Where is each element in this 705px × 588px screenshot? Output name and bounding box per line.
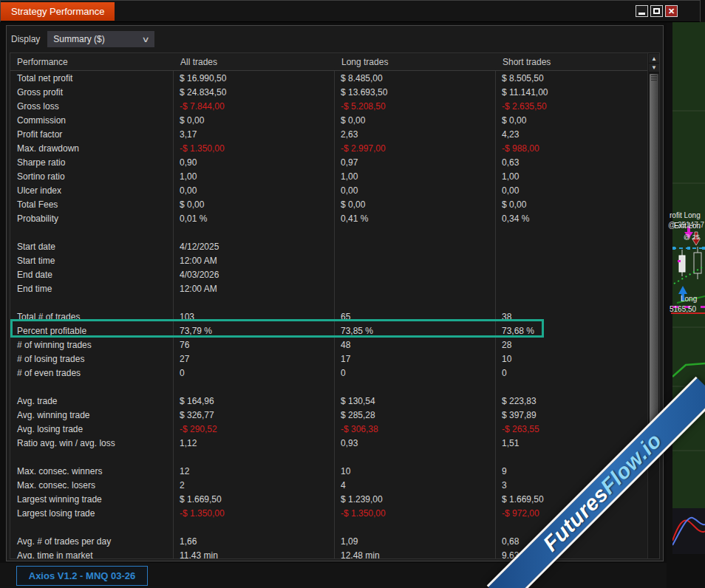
- metric-label: # of even trades: [10, 368, 173, 378]
- table-row[interactable]: Sharpe ratio0,900,970,63: [10, 155, 647, 169]
- metric-value: 0,01 %: [173, 213, 334, 224]
- metric-value: 1,66: [173, 536, 334, 547]
- table-row[interactable]: End date4/03/2026: [10, 267, 647, 281]
- metric-label: Percent profitable: [10, 326, 173, 336]
- table-row[interactable]: Start date4/12/2025: [10, 239, 647, 253]
- metric-value: $ 11.141,00: [495, 87, 647, 98]
- table-header: Performance All trades Long trades Short…: [10, 53, 647, 71]
- table-row[interactable]: # of winning trades764828: [10, 338, 647, 352]
- table-row[interactable]: Total # of trades1036538: [10, 310, 647, 324]
- table-row[interactable]: [10, 225, 647, 239]
- metric-value: $ 0,00: [173, 115, 334, 126]
- metric-value: 4/03/2026: [173, 270, 334, 280]
- scroll-up-button[interactable]: ▲: [649, 54, 659, 63]
- table-rows: Total net profit$ 16.990,50$ 8.485,00$ 8…: [10, 71, 647, 559]
- table-row[interactable]: [10, 380, 647, 394]
- metric-label: Total # of trades: [10, 312, 173, 322]
- table-row[interactable]: Profit factor3,172,634,23: [10, 127, 647, 141]
- table-row[interactable]: Commission$ 0,00$ 0,00$ 0,00: [10, 113, 647, 127]
- table-row[interactable]: [10, 295, 647, 310]
- display-dropdown[interactable]: Summary ($) ∨: [47, 31, 154, 47]
- metric-value: -$ 306,38: [334, 424, 495, 434]
- table-row[interactable]: Max. consec. winners12109: [10, 464, 647, 478]
- metric-value: 3,17: [173, 129, 334, 140]
- metric-value: 4: [334, 480, 495, 490]
- metric-label: Max. consec. winners: [10, 466, 173, 476]
- table-row[interactable]: Ulcer index0,000,000,00: [10, 183, 647, 197]
- metric-label: Commission: [10, 115, 173, 126]
- table-row[interactable]: Max. consec. losers243: [10, 478, 647, 492]
- metric-label: Avg. losing trade: [10, 424, 173, 434]
- metric-value: $ 223,83: [495, 396, 647, 406]
- scroll-down-button[interactable]: ▼: [649, 63, 659, 72]
- tab-strategy-instrument[interactable]: Axios V1.2 - MNQ 03-26: [16, 566, 148, 586]
- metric-value: 2: [173, 480, 334, 490]
- metric-label: Avg. winning trade: [10, 410, 173, 420]
- table-row[interactable]: Largest losing trade-$ 1.350,00-$ 1.350,…: [10, 506, 647, 520]
- background-indicator-panel: [672, 508, 705, 554]
- table-row[interactable]: Gross profit$ 24.834,50$ 13.693,50$ 11.1…: [10, 85, 647, 99]
- header-short-trades[interactable]: Short trades: [496, 53, 651, 71]
- metric-value: $ 1.669,50: [173, 494, 334, 505]
- metric-value: 2,63: [334, 129, 495, 140]
- metric-value: 1,09: [334, 536, 495, 547]
- tab-label: Axios V1.2 - MNQ 03-26: [29, 570, 136, 581]
- scroll-up-icon: ▲: [651, 55, 657, 62]
- display-dropdown-value: Summary ($): [53, 34, 104, 44]
- table-row[interactable]: Largest winning trade$ 1.669,50$ 1.239,0…: [10, 492, 647, 506]
- table-row[interactable]: Total Fees$ 0,00$ 0,00$ 0,00: [10, 197, 647, 211]
- metric-label: Ulcer index: [10, 185, 173, 196]
- table-row[interactable]: Max. drawdown-$ 1.350,00-$ 2.997,00-$ 98…: [10, 141, 647, 155]
- table-row[interactable]: Gross loss-$ 7.844,00-$ 5.208,50-$ 2.635…: [10, 99, 647, 113]
- scrollbar-thumb[interactable]: [650, 74, 658, 458]
- minimize-button[interactable]: [636, 5, 648, 17]
- table-row[interactable]: Percent profitable73,79 %73,85 %73,68 %: [10, 324, 647, 338]
- table-row[interactable]: Avg. trade$ 164,96$ 130,54$ 223,83: [10, 394, 647, 408]
- table-row[interactable]: Start time12:00 AM: [10, 253, 647, 267]
- header-performance[interactable]: Performance: [10, 53, 173, 71]
- window-title: Strategy Performance: [11, 6, 104, 17]
- metric-label: # of losing trades: [10, 354, 173, 364]
- table-row[interactable]: # of losing trades271710: [10, 352, 647, 366]
- metric-value: 73,85 %: [334, 326, 495, 336]
- metric-value: 12:00 AM: [173, 256, 334, 266]
- metric-label: Avg. trade: [10, 396, 173, 406]
- metric-value: 0,93: [334, 438, 495, 448]
- metric-value: -$ 263,55: [495, 424, 647, 434]
- table-row[interactable]: Avg. winning trade$ 326,77$ 285,28$ 397,…: [10, 408, 647, 422]
- metric-value: -$ 2.635,50: [495, 101, 647, 112]
- close-button[interactable]: ✕: [665, 5, 678, 17]
- metric-value: 0: [334, 368, 495, 378]
- metric-label: Gross profit: [10, 87, 173, 98]
- maximize-button[interactable]: [650, 5, 663, 17]
- metric-label: Max. consec. losers: [10, 480, 173, 490]
- strategy-performance-window: Display Summary ($) ∨ Performance All tr…: [6, 25, 664, 561]
- metric-label: Start time: [10, 256, 173, 266]
- metric-value: -$ 1.350,00: [173, 143, 334, 154]
- metric-value: -$ 7.844,00: [173, 101, 334, 112]
- table-row[interactable]: Avg. losing trade-$ 290,52-$ 306,38-$ 26…: [10, 422, 647, 436]
- metric-value: 4/12/2025: [173, 242, 334, 252]
- table-row[interactable]: Probability0,01 %0,41 %0,34 %: [10, 211, 647, 225]
- table-row[interactable]: [10, 450, 647, 464]
- table-row[interactable]: Ratio avg. win / avg. loss1,120,931,51: [10, 436, 647, 450]
- metric-value: 10: [495, 354, 647, 364]
- header-all-trades[interactable]: All trades: [174, 53, 334, 71]
- table-row[interactable]: Total net profit$ 16.990,50$ 8.485,00$ 8…: [10, 71, 647, 85]
- metric-label: Total Fees: [10, 199, 173, 210]
- metric-label: End time: [10, 284, 173, 294]
- metric-value: 12: [173, 466, 334, 476]
- metric-value: 28: [495, 340, 647, 350]
- bg-profit-label: rofit Long: [670, 211, 701, 219]
- header-long-trades[interactable]: Long trades: [335, 53, 495, 71]
- metric-value: 48: [334, 340, 495, 350]
- metric-label: Profit factor: [10, 129, 173, 140]
- vertical-scrollbar[interactable]: ▲ ▼: [647, 53, 659, 558]
- title-bar[interactable]: Strategy Performance ✕: [0, 0, 701, 22]
- metric-label: Largest winning trade: [10, 494, 173, 505]
- table-row[interactable]: Sortino ratio1,001,001,00: [10, 169, 647, 183]
- metric-value: $ 0,00: [334, 115, 495, 126]
- window-title-tab: Strategy Performance: [1, 2, 115, 21]
- table-row[interactable]: # of even trades000: [10, 366, 647, 380]
- table-row[interactable]: End time12:00 AM: [10, 281, 647, 295]
